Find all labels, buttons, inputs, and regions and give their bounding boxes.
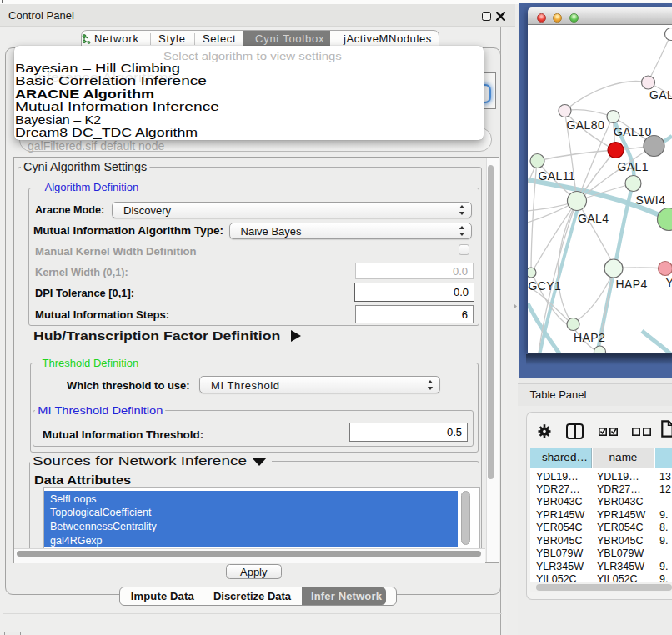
svg-text:Y: Y <box>666 276 672 289</box>
svg-text:SWI4: SWI4 <box>636 193 666 207</box>
svg-text:GAL10: GAL10 <box>614 125 652 138</box>
svg-text:GAL2: GAL2 <box>649 88 672 102</box>
svg-text:GAL1: GAL1 <box>618 160 649 173</box>
svg-text:HAP2: HAP2 <box>574 331 605 344</box>
svg-text:HAP4: HAP4 <box>616 278 648 291</box>
svg-text:GAL11: GAL11 <box>539 169 576 182</box>
svg-text:GCY1: GCY1 <box>529 279 562 292</box>
svg-text:GAL4: GAL4 <box>578 212 609 225</box>
svg-text:GAL80: GAL80 <box>567 118 605 132</box>
